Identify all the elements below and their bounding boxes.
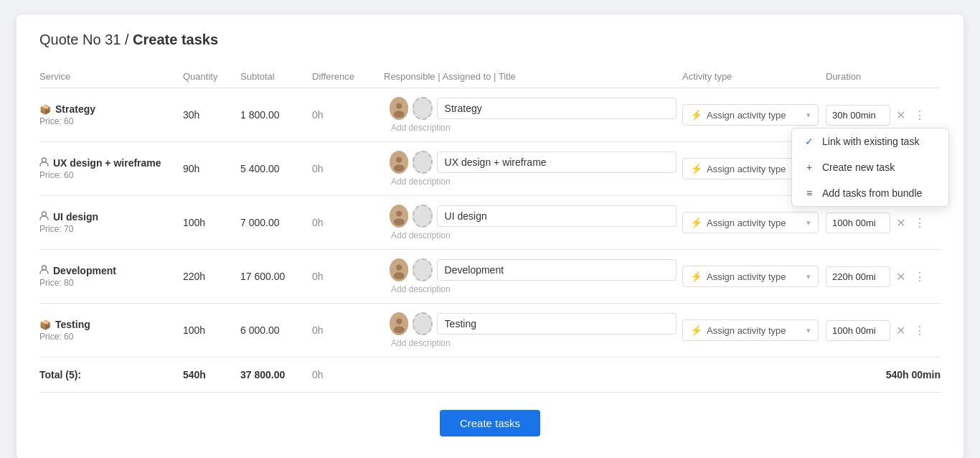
close-btn-strategy[interactable]: ✕ (893, 107, 908, 123)
duration-area-testing: ✕ ⋮ (826, 320, 941, 341)
activity-type-label-ui-design: Assign activity type (707, 218, 802, 228)
col-responsible: Responsible | Assigned to | Title (384, 71, 682, 82)
service-price-development: Price: 80 (39, 278, 183, 288)
task-description-testing: Add description (390, 338, 677, 348)
dropdown-item-create-new-task[interactable]: +Create new task (792, 154, 948, 180)
close-btn-testing[interactable]: ✕ (893, 322, 908, 339)
service-price-ui-design: Price: 70 (39, 224, 183, 234)
avatar-placeholder-ui-design[interactable] (413, 205, 432, 228)
activity-type-label-testing: Assign activity type (707, 325, 802, 336)
col-activity: Activity type (682, 71, 826, 82)
service-cell-ui-design: UI design Price: 70 (39, 211, 183, 234)
task-title-input-development[interactable] (437, 259, 677, 281)
svg-point-6 (394, 164, 405, 172)
subtotal-strategy: 1 800.00 (240, 109, 312, 121)
duration-input-development[interactable] (826, 266, 890, 287)
subtotal-ui-design: 7 000.00 (240, 217, 312, 228)
qty-strategy: 30h (183, 109, 240, 121)
task-title-input-testing[interactable] (437, 313, 677, 335)
activity-type-label-development: Assign activity type (707, 271, 802, 282)
close-btn-development[interactable]: ✕ (893, 268, 908, 285)
dropdown-icon: ✓ (804, 136, 815, 147)
create-tasks-button[interactable]: Create tasks (440, 410, 540, 436)
responsible-ui-design (390, 205, 677, 228)
chevron-icon-ui-design: ▾ (806, 218, 811, 228)
more-btn-strategy[interactable]: ⋮ (911, 107, 928, 123)
avatar-testing (390, 312, 408, 335)
task-area-strategy: Add description (384, 97, 682, 133)
qty-ux-design: 90h (183, 163, 240, 174)
task-area-ux-design: Add description (384, 151, 682, 187)
qty-testing: 100h (183, 324, 240, 336)
task-description-ux-design: Add description (390, 177, 677, 187)
avatar-ux-design (390, 151, 408, 174)
service-name-ux-design: UX design + wireframe (39, 157, 183, 169)
avatar-placeholder-development[interactable] (413, 258, 432, 281)
col-service: Service (39, 71, 183, 82)
service-cell-strategy: 📦 Strategy Price: 60 (39, 103, 183, 126)
dropdown-label: Create new task (822, 162, 895, 173)
task-area-testing: Add description (384, 312, 682, 348)
col-quantity: Quantity (183, 71, 240, 82)
qty-ui-design: 100h (183, 217, 240, 228)
activity-type-btn-strategy[interactable]: ⚡ Assign activity type ▾ (682, 104, 819, 126)
duration-input-testing[interactable] (826, 320, 890, 341)
task-area-development: Add description (384, 258, 682, 294)
dropdown-icon: + (804, 162, 815, 173)
chevron-icon-development: ▾ (806, 272, 811, 281)
service-cell-testing: 📦 Testing Price: 60 (39, 319, 183, 342)
activity-type-cell-ui-design: ⚡ Assign activity type ▾ (682, 212, 826, 233)
bolt-icon-strategy: ⚡ (690, 109, 702, 121)
task-title-input-strategy[interactable] (437, 98, 677, 119)
total-row: Total (5): 540h 37 800.00 0h 540h 00min (39, 357, 941, 393)
service-icon-ux-design (39, 157, 49, 169)
activity-type-btn-ui-design[interactable]: ⚡ Assign activity type ▾ (682, 212, 819, 233)
service-cell-development: Development Price: 80 (39, 265, 183, 288)
diff-strategy: 0h (312, 109, 384, 121)
dropdown-item-link-with-existing-task[interactable]: ✓Link with existing task (792, 128, 948, 154)
breadcrumb-prefix: Quote No 31 / (39, 32, 133, 47)
avatar-placeholder-testing[interactable] (413, 312, 432, 335)
task-description-ui-design: Add description (390, 230, 677, 240)
dropdown-label: Add tasks from bundle (822, 187, 922, 199)
duration-input-ui-design[interactable] (826, 212, 890, 233)
duration-input-strategy[interactable] (826, 105, 890, 126)
avatar-placeholder-strategy[interactable] (413, 97, 432, 120)
activity-type-btn-development[interactable]: ⚡ Assign activity type ▾ (682, 266, 819, 287)
avatar-ui-design (390, 205, 408, 228)
service-icon-ui-design (39, 211, 49, 223)
svg-point-5 (396, 157, 402, 163)
dropdown-item-add-tasks-from-bundle[interactable]: ≡Add tasks from bundle (792, 180, 948, 206)
more-btn-development[interactable]: ⋮ (911, 268, 928, 285)
breadcrumb-strong: Create tasks (133, 32, 218, 47)
service-name-testing: 📦 Testing (39, 319, 183, 330)
svg-point-9 (396, 211, 402, 217)
more-btn-ui-design[interactable]: ⋮ (911, 215, 928, 231)
task-description-strategy: Add description (390, 123, 677, 133)
chevron-icon-testing: ▾ (806, 326, 811, 335)
more-btn-testing[interactable]: ⋮ (911, 322, 928, 339)
subtotal-ux-design: 5 400.00 (240, 163, 312, 174)
total-diff: 0h (312, 369, 384, 380)
svg-point-17 (394, 326, 405, 333)
service-name-strategy: 📦 Strategy (39, 103, 183, 115)
responsible-development (390, 258, 677, 281)
diff-ui-design: 0h (312, 217, 384, 228)
activity-type-label-ux-design: Assign activity type (707, 164, 802, 174)
svg-point-2 (394, 111, 405, 118)
task-title-input-ui-design[interactable] (437, 205, 677, 227)
bolt-icon-testing: ⚡ (690, 324, 702, 336)
task-title-input-ux-design[interactable] (437, 151, 677, 173)
service-price-testing: Price: 60 (39, 332, 183, 342)
close-btn-ui-design[interactable]: ✕ (893, 215, 908, 231)
svg-point-7 (42, 212, 47, 216)
qty-development: 220h (183, 271, 240, 282)
activity-type-cell-testing: ⚡ Assign activity type ▾ (682, 319, 826, 341)
service-icon-development (39, 265, 49, 276)
total-qty: 540h (183, 369, 240, 380)
avatar-placeholder-ux-design[interactable] (413, 151, 432, 174)
main-card: Quote No 31 / Create tasks Service Quant… (17, 14, 963, 458)
diff-development: 0h (312, 271, 384, 282)
activity-type-btn-testing[interactable]: ⚡ Assign activity type ▾ (682, 319, 819, 341)
service-icon-testing: 📦 (39, 319, 51, 330)
